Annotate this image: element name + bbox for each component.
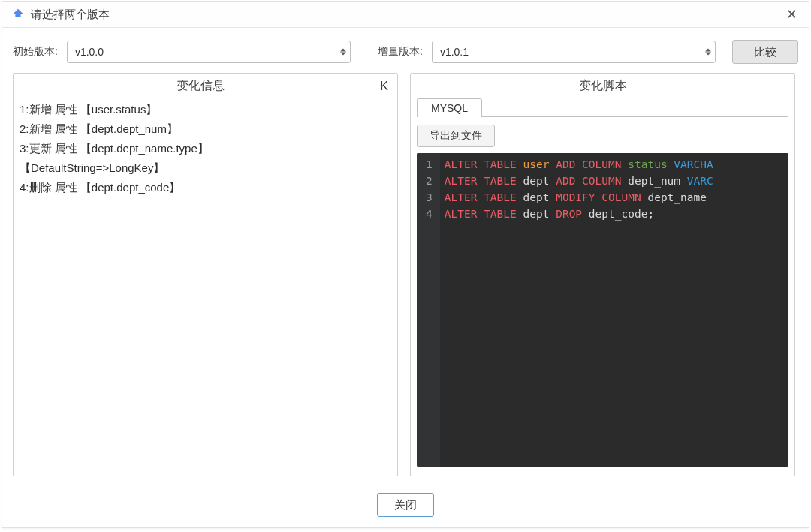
export-row: 导出到文件 [411, 117, 794, 153]
line-gutter: 1234 [417, 153, 440, 467]
change-list-item: 3:更新 属性 【dept.dept_name.type】 [20, 139, 391, 158]
app-logo-icon [11, 8, 25, 21]
script-panel-title: 变化脚本 [411, 77, 794, 98]
script-panel: 变化脚本 MYSQL 导出到文件 1234 ALTER TABLE user A… [410, 73, 795, 476]
export-button[interactable]: 导出到文件 [417, 125, 495, 147]
sql-editor[interactable]: 1234 ALTER TABLE user ADD COLUMN status … [417, 153, 788, 467]
script-tabs: MYSQL [417, 98, 788, 117]
change-info-panel: 变化信息 K 1:新增 属性 【user.status】2:新增 属性 【dep… [13, 73, 398, 476]
incremental-version-label: 增量版本: [378, 45, 423, 59]
version-compare-dialog: 请选择两个版本 ✕ 初始版本: 增量版本: 比较 变化信息 K 1:新增 属性 … [2, 1, 809, 528]
tab-mysql[interactable]: MYSQL [417, 98, 482, 117]
dialog-title: 请选择两个版本 [31, 8, 783, 22]
change-info-header: 变化信息 K [14, 77, 397, 97]
dialog-footer: 关闭 [2, 488, 809, 527]
close-icon[interactable]: ✕ [783, 6, 800, 23]
close-button[interactable]: 关闭 [377, 493, 434, 517]
change-info-title: 变化信息 [21, 78, 380, 94]
compare-button[interactable]: 比较 [732, 40, 798, 64]
titlebar: 请选择两个版本 ✕ [2, 2, 809, 28]
incremental-version-select[interactable] [432, 41, 716, 63]
initial-version-select[interactable] [67, 41, 351, 63]
initial-version-label: 初始版本: [13, 45, 58, 59]
content-area: 变化信息 K 1:新增 属性 【user.status】2:新增 属性 【dep… [2, 73, 809, 488]
change-list-item: 【DefaultString=>LongKey】 [20, 158, 391, 178]
change-list-item: 4:删除 属性 【dept.dept_code】 [20, 178, 391, 197]
change-list-item: 2:新增 属性 【dept.dept_num】 [20, 119, 391, 139]
sql-code: ALTER TABLE user ADD COLUMN status VARCH… [440, 153, 788, 467]
change-info-corner-letter: K [380, 80, 390, 93]
initial-version-select-wrap [67, 41, 351, 63]
change-list-item: 1:新增 属性 【user.status】 [20, 100, 391, 119]
change-list: 1:新增 属性 【user.status】2:新增 属性 【dept.dept_… [14, 97, 397, 200]
incremental-version-select-wrap [432, 41, 716, 63]
version-toolbar: 初始版本: 增量版本: 比较 [2, 28, 809, 73]
